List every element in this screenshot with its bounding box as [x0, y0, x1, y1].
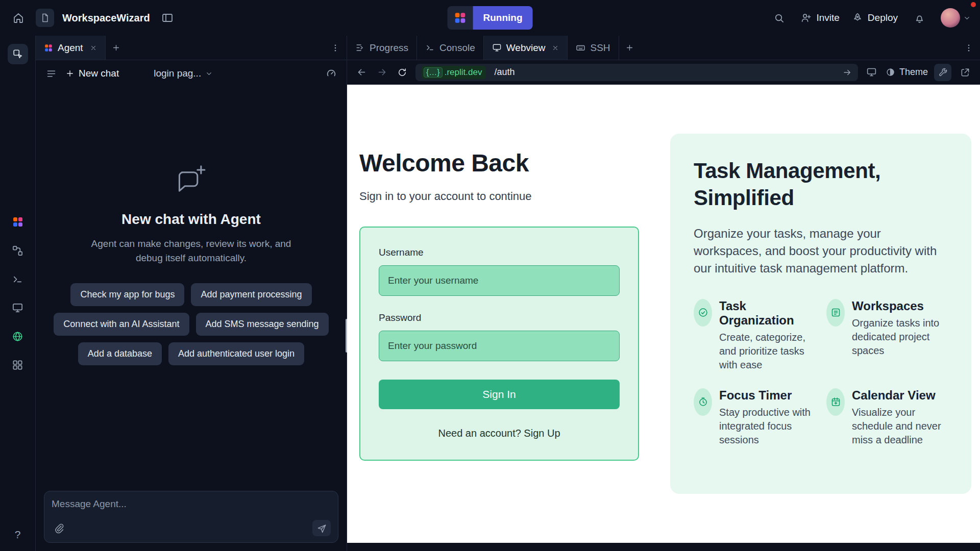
home-button[interactable]	[9, 9, 28, 27]
back-button[interactable]	[354, 65, 369, 80]
agent-empty-state: New chat with Agent Agent can make chang…	[36, 87, 347, 491]
feature-calendar-view: Calendar View Visualize your schedule an…	[826, 388, 948, 447]
invite-label: Invite	[816, 12, 839, 23]
suggestion-chip[interactable]: Add payment processing	[191, 283, 311, 306]
chevron-down-icon	[205, 70, 213, 78]
tab-progress[interactable]: Progress	[347, 36, 417, 60]
sign-up-link[interactable]: Need an account? Sign Up	[379, 428, 620, 439]
chip-row: Add a database Add authenticated user lo…	[54, 342, 328, 365]
browser-toolbar: {…} .replit.dev /auth Theme	[347, 60, 980, 85]
chip-row: Check my app for bugs Add payment proces…	[54, 283, 328, 306]
chat-bubble-plus-icon	[175, 163, 208, 197]
workspace-window: WorkspaceWizard Running In	[0, 0, 980, 551]
agent-panel: Agent New chat login	[36, 36, 347, 551]
select-pointer-icon	[12, 48, 23, 60]
search-button[interactable]	[770, 9, 788, 27]
promo-description: Organize your tasks, manage your workspa…	[694, 225, 948, 278]
tab-agent[interactable]: Agent	[36, 36, 106, 60]
feature-text: Calendar View Visualize your schedule an…	[852, 388, 948, 447]
page-title: Welcome Back	[359, 149, 529, 177]
help-button[interactable]: ?	[15, 529, 21, 541]
feature-text: Focus Timer Stay productive with integra…	[719, 388, 815, 447]
progress-icon	[355, 43, 365, 53]
url-bar[interactable]: {…} .replit.dev /auth	[415, 64, 858, 81]
topbar-left: WorkspaceWizard	[9, 9, 177, 27]
close-icon[interactable]	[90, 44, 97, 52]
feature-icon-pill	[826, 388, 845, 416]
theme-icon	[886, 67, 895, 77]
deploy-button[interactable]: Deploy	[852, 12, 898, 23]
feature-icon-pill	[694, 388, 712, 416]
suggestion-chip[interactable]: Check my app for bugs	[70, 283, 184, 306]
webview-rail-button[interactable]	[11, 301, 24, 314]
close-icon[interactable]	[552, 44, 559, 52]
chat-selector[interactable]: login pag...	[154, 68, 213, 79]
settings-wrench-button[interactable]	[934, 64, 951, 81]
theme-button[interactable]: Theme	[886, 67, 928, 78]
empty-state-description: Agent can make changes, review its work,…	[79, 237, 304, 265]
tab-webview[interactable]: Webview	[484, 36, 568, 60]
username-field[interactable]	[379, 265, 620, 296]
forward-button[interactable]	[375, 65, 389, 80]
layout-toggle-button[interactable]	[158, 9, 177, 27]
search-icon	[773, 12, 785, 24]
chip-row: Connect with an AI Assistant Add SMS mes…	[54, 313, 328, 336]
arrow-right-icon	[377, 67, 387, 78]
url-go-button[interactable]	[843, 68, 852, 77]
suggestion-chip[interactable]: Connect with an AI Assistant	[54, 313, 189, 336]
devtools-button[interactable]	[864, 65, 879, 80]
tab-ssh[interactable]: SSH	[568, 36, 619, 60]
feature-icon-pill	[826, 299, 845, 327]
workflows-rail-button[interactable]	[11, 244, 24, 257]
chat-list-button[interactable]	[44, 66, 58, 81]
project-title: WorkspaceWizard	[62, 12, 150, 24]
password-field[interactable]	[379, 331, 620, 361]
feature-title: Focus Timer	[719, 388, 815, 403]
url-host: .replit.dev	[445, 67, 482, 78]
reload-button[interactable]	[395, 65, 409, 80]
paperclip-icon	[54, 523, 64, 534]
run-status[interactable]: Running	[447, 6, 532, 30]
timer-icon	[698, 396, 708, 407]
url-path: /auth	[494, 67, 514, 78]
invite-button[interactable]: Invite	[800, 12, 839, 23]
attach-button[interactable]	[52, 521, 66, 535]
open-external-button[interactable]	[958, 65, 973, 80]
new-pane-button[interactable]	[619, 36, 641, 60]
workspace-body: ? Agent	[0, 36, 980, 551]
all-tools-rail-button[interactable]	[11, 358, 24, 371]
agent-panel-menu-button[interactable]	[324, 43, 347, 53]
notifications-button[interactable]	[910, 9, 928, 27]
suggestion-chip[interactable]: Add SMS message sending	[196, 313, 329, 336]
message-input[interactable]	[52, 498, 331, 510]
account-menu-button[interactable]	[941, 8, 971, 28]
wrench-icon	[938, 67, 948, 77]
main-panel-menu-button[interactable]	[958, 43, 980, 53]
feature-icon-pill	[694, 299, 712, 327]
rocket-icon	[852, 12, 863, 23]
tab-console[interactable]: Console	[417, 36, 484, 60]
feature-workspaces: Workspaces Organize tasks into dedicated…	[826, 299, 948, 372]
networking-rail-button[interactable]	[11, 330, 24, 343]
new-tab-button[interactable]	[106, 36, 127, 60]
chevron-down-icon	[963, 14, 971, 22]
suggestion-chip[interactable]: Add authenticated user login	[168, 342, 304, 365]
reload-icon	[397, 67, 407, 78]
console-icon	[425, 43, 435, 53]
replit-agent-logo-icon	[453, 11, 467, 24]
grid-icon	[12, 359, 23, 371]
shell-rail-button[interactable]	[11, 272, 24, 286]
agent-rail-button[interactable]	[11, 215, 24, 229]
feature-grid: Task Organization Create, categorize, an…	[694, 299, 948, 447]
sign-in-button[interactable]: Sign In	[379, 380, 620, 409]
suggestion-chip[interactable]: Add a database	[78, 342, 162, 365]
plus-icon	[112, 43, 120, 52]
send-button[interactable]	[312, 520, 331, 536]
new-chat-label: New chat	[79, 68, 119, 79]
project-file-icon	[36, 9, 54, 27]
empty-state-title: New chat with Agent	[121, 211, 261, 228]
usage-gauge-button[interactable]	[324, 66, 338, 81]
new-chat-button[interactable]: New chat	[65, 68, 119, 79]
select-tool-button[interactable]	[8, 44, 28, 64]
main-panel: Progress Console Webview SSH	[347, 36, 980, 551]
